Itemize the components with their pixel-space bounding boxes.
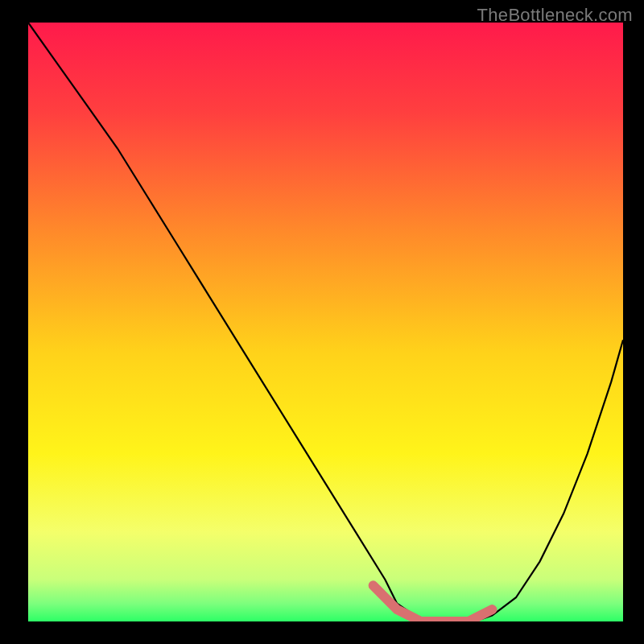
watermark-text: TheBottleneck.com xyxy=(477,5,633,26)
chart-plot-area xyxy=(28,23,623,621)
chart-curves xyxy=(28,23,623,621)
bottleneck-curve-line xyxy=(28,23,623,621)
